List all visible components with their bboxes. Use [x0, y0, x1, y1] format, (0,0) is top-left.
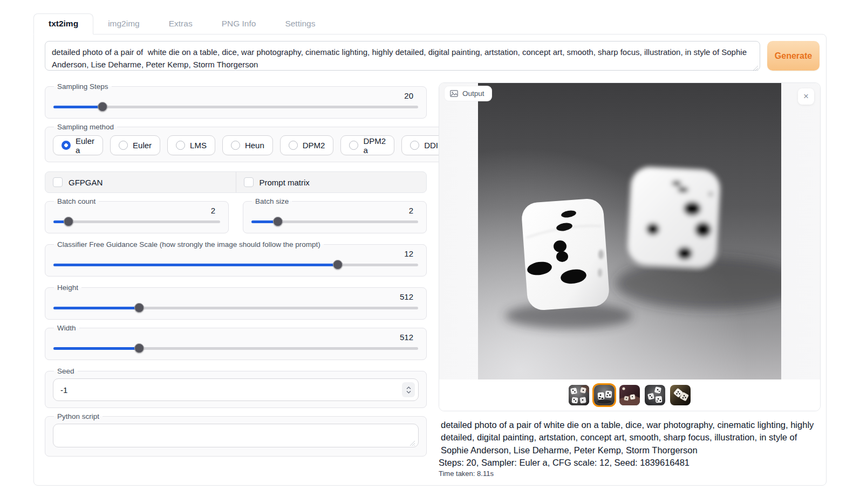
batch-count-label: Batch count: [54, 197, 99, 205]
tab-img2img[interactable]: img2img: [93, 14, 154, 34]
radio-selected-icon: [62, 141, 71, 150]
width-label: Width: [54, 324, 79, 332]
result-prompt-text: detailed photo of a pair of white die on…: [441, 419, 818, 457]
sampler-option-euler-a[interactable]: Euler a: [53, 135, 103, 155]
output-thumbnail-5[interactable]: [670, 385, 691, 405]
width-value: 512: [53, 333, 419, 342]
sampling-steps-slider[interactable]: [53, 102, 418, 112]
sampling-steps-slider-handle[interactable]: [98, 102, 107, 112]
sampler-option-dpm2[interactable]: DPM2: [280, 135, 334, 155]
output-header: Output: [445, 86, 492, 101]
tab-png-info[interactable]: PNG Info: [207, 14, 271, 34]
image-icon: [450, 90, 458, 97]
tab-txt2img[interactable]: txt2img: [33, 13, 93, 34]
radio-icon: [410, 141, 419, 150]
sampler-option-dpm2-a[interactable]: DPM2 a: [340, 135, 394, 155]
sampler-option-label: Euler a: [76, 136, 94, 155]
radio-icon: [119, 141, 128, 150]
output-thumbnail-2[interactable]: [594, 385, 615, 405]
python-script-input[interactable]: [53, 424, 419, 447]
radio-icon: [231, 141, 240, 150]
generate-button[interactable]: Generate: [767, 41, 820, 71]
app-window: txt2img img2img Extras PNG Info Settings…: [33, 13, 827, 486]
resize-handle-icon[interactable]: [753, 65, 759, 71]
txt2img-panel: detailed photo of a pair of white die on…: [33, 34, 827, 486]
close-icon[interactable]: ×: [798, 88, 814, 105]
width-slider[interactable]: [53, 343, 418, 353]
cfg-scale-group: Classifier Free Guidance Scale (how stro…: [45, 240, 427, 277]
radio-icon: [349, 141, 358, 150]
prompt-input[interactable]: detailed photo of a pair of white die on…: [45, 41, 760, 71]
output-thumbnail-4[interactable]: [645, 385, 665, 405]
radio-icon: [176, 141, 185, 150]
output-label: Output: [462, 89, 484, 98]
tab-bar: txt2img img2img Extras PNG Info Settings: [33, 13, 827, 34]
batch-count-group: Batch count 2: [45, 197, 229, 233]
batch-size-label: Batch size: [252, 197, 292, 205]
height-label: Height: [54, 284, 81, 292]
seed-group: Seed: [45, 367, 427, 408]
gallery-thumbnails: [439, 379, 820, 411]
output-thumbnail-1[interactable]: [569, 385, 589, 405]
prompt-matrix-option[interactable]: Prompt matrix: [236, 172, 427, 192]
gfpgan-checkbox[interactable]: [53, 177, 63, 187]
batch-size-group: Batch size 2: [243, 197, 427, 233]
sampler-option-label: Heun: [245, 141, 264, 150]
radio-icon: [289, 141, 298, 150]
settings-column: Sampling Steps 20 Sampling method Euler …: [45, 82, 427, 478]
height-value: 512: [53, 292, 419, 301]
sampler-option-label: DPM2: [303, 141, 325, 150]
cfg-scale-slider-handle[interactable]: [333, 260, 343, 270]
sampling-steps-value: 20: [53, 91, 419, 100]
batch-size-slider[interactable]: [251, 217, 418, 226]
result-params-text: Steps: 20, Sampler: Euler a, CFG scale: …: [439, 458, 821, 468]
batch-count-slider-handle[interactable]: [64, 217, 73, 226]
height-slider-handle[interactable]: [134, 303, 144, 313]
sampling-method-label: Sampling method: [54, 123, 117, 131]
sampler-option-euler[interactable]: Euler: [110, 135, 160, 155]
tab-extras[interactable]: Extras: [154, 14, 207, 34]
width-slider-handle[interactable]: [134, 343, 144, 353]
sampler-option-label: LMS: [190, 141, 207, 150]
output-gallery: Output ×: [439, 82, 821, 411]
python-script-label: Python script: [54, 412, 103, 420]
python-script-group: Python script: [45, 412, 427, 457]
seed-label: Seed: [54, 367, 78, 375]
prompt-matrix-checkbox[interactable]: [244, 177, 254, 187]
tab-settings[interactable]: Settings: [270, 14, 330, 34]
cfg-scale-value: 12: [53, 249, 419, 258]
prompt-matrix-label: Prompt matrix: [260, 178, 310, 187]
time-taken-text: Time taken: 8.11s: [439, 470, 821, 478]
sampler-option-label: DPM2 a: [363, 136, 386, 155]
prompt-row: detailed photo of a pair of white die on…: [45, 41, 821, 73]
width-group: Width 512: [45, 324, 427, 360]
output-image[interactable]: [478, 83, 781, 379]
batch-count-value: 2: [53, 206, 221, 215]
chevron-down-icon: [406, 390, 411, 393]
gfpgan-label: GFPGAN: [69, 178, 103, 187]
seed-input[interactable]: [53, 378, 419, 401]
sampling-steps-label: Sampling Steps: [54, 82, 112, 91]
sampler-option-lms[interactable]: LMS: [167, 135, 215, 155]
output-thumbnail-3[interactable]: [619, 385, 640, 405]
options-panel: GFPGAN Prompt matrix: [45, 171, 427, 193]
cfg-scale-label: Classifier Free Guidance Scale (how stro…: [54, 240, 324, 248]
sampler-option-label: Euler: [133, 141, 152, 150]
height-slider[interactable]: [53, 303, 418, 313]
seed-stepper[interactable]: [402, 382, 415, 397]
output-column: Output ×: [439, 82, 821, 478]
sampler-option-heun[interactable]: Heun: [222, 135, 273, 155]
cfg-scale-slider[interactable]: [53, 260, 418, 270]
batch-size-slider-handle[interactable]: [273, 217, 283, 226]
gfpgan-option[interactable]: GFPGAN: [45, 172, 236, 192]
chevron-up-icon: [406, 386, 411, 390]
batch-size-value: 2: [251, 206, 419, 215]
height-group: Height 512: [45, 284, 427, 320]
sampling-steps-group: Sampling Steps 20: [45, 82, 427, 119]
batch-count-slider[interactable]: [53, 217, 220, 226]
resize-handle-icon[interactable]: [409, 440, 415, 446]
output-image-stage: [439, 83, 820, 379]
